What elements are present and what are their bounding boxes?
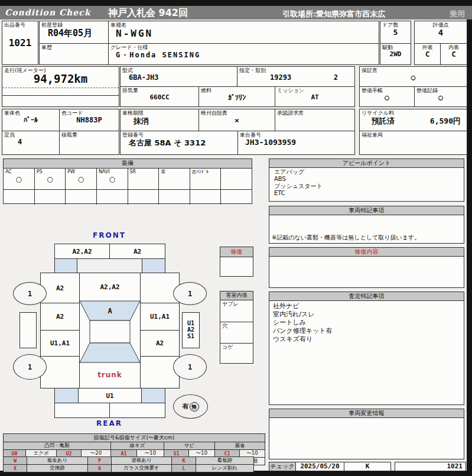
auction-title: 神戸入札会 942回: [108, 7, 188, 20]
side-sill-left: [19, 312, 37, 348]
first-registration-label: 初度登録: [40, 21, 108, 28]
equipment-title: 装備: [4, 159, 252, 169]
score-box: 評価点 4: [414, 21, 467, 44]
load-label: 積載量: [60, 131, 119, 138]
equipment-cell-pw: PW○: [66, 169, 97, 189]
interior-lining-label: 穴: [220, 322, 253, 329]
interior-lining-row-burn: コゲ: [220, 344, 253, 350]
repair-flag-box: 修復: [220, 247, 253, 277]
repair-content-title: 修復内容: [269, 248, 464, 257]
equipment-empty-cell: [128, 190, 159, 205]
grade-label: グレード・仕様: [109, 44, 379, 50]
interior-grade-box: 内装 C: [440, 43, 467, 65]
legend-code: G: [88, 465, 112, 472]
equipment-table: 装備 AC○ PS○ PW○ NAVI○ SR 革 左ﾊﾝﾄﾞﾙ: [3, 158, 252, 204]
vehicle-notes-title: 車両特記事項: [269, 206, 464, 215]
registration-number-box: 登録番号 名古屋 58A そ 3312: [120, 131, 238, 155]
repair-flag-title: 修復: [220, 247, 253, 257]
body-color-value: ﾊﾟｰﾙ: [2, 116, 59, 124]
damage-legend-title: 損傷記号&損傷サイズ(〜最大cm): [4, 434, 265, 442]
spare-tire-oval: 有 無: [173, 394, 208, 419]
equipment-label: PS: [35, 169, 66, 175]
legend-code: W: [4, 457, 27, 465]
pickup-location: 引取場所:愛知県弥富市西末広: [282, 9, 385, 20]
fender-front-left-cell: A2: [41, 273, 80, 303]
equipment-empty-cell: [221, 190, 252, 205]
interior-lining-label: コゲ: [220, 344, 253, 350]
equipment-cell-ps: PS○: [35, 169, 66, 189]
appeal-item: エアバッグ: [274, 169, 459, 176]
wheel-front-left: 1: [13, 282, 47, 305]
fuel-box: 燃料 ｶﾞｿﾘﾝ: [198, 86, 275, 107]
rear-bumper-right-cell: [110, 403, 165, 417]
legend-desc: 看板跡: [196, 457, 254, 465]
equipment-cell-leather: 革: [159, 169, 190, 189]
color-code-box: 色コード NH883P: [59, 109, 119, 131]
drive-box: 駆動 2WD: [380, 43, 411, 65]
legend-code: K: [172, 457, 196, 465]
interior-lining-box: 客室内張 ヤブレ 穴 コゲ: [220, 291, 253, 364]
equipment-empty-cell: [190, 190, 222, 205]
side-sill-right-code: U1: [183, 320, 199, 326]
repair-content-box: 修復内容: [269, 247, 464, 288]
transmission-box: ミッション AT: [275, 86, 355, 107]
windshield-label: A: [80, 303, 140, 319]
front-bumper: A2,A2 A2: [54, 244, 165, 259]
capacity-box: 定員 4: [2, 131, 60, 155]
load-box: 積載量: [59, 131, 119, 155]
legend-group-scratch: 線キズ: [111, 442, 164, 450]
approval-label: 承認請求書: [275, 109, 354, 116]
grade-box: グレード・仕様 G・Honda SENSING: [108, 43, 379, 65]
equipment-label: 革: [159, 169, 190, 175]
sheet-number-cell: 1021: [395, 462, 466, 471]
recycle-fee-value: 6,590円: [430, 116, 461, 127]
lot-number-label: 出品番号: [2, 21, 38, 28]
assessment-item: パンク修理キット有: [273, 327, 460, 335]
recycle-fee-box: リサイクル料 預託済 6,590円: [359, 109, 467, 131]
maintenance-record-mark: ○: [415, 93, 467, 102]
mileage-cell: 走行(現メーター) 94,972km: [2, 67, 119, 88]
equipment-label: SR: [128, 169, 159, 175]
car-body: A2 A2 U1,A1 U1,A1 A2 A2,A2 A trunk: [40, 273, 180, 388]
fuel-label: 燃料: [199, 87, 275, 93]
equipment-cell-navi: NAVI○: [97, 169, 128, 189]
rear-bumper: [54, 403, 165, 418]
capacity-value: 4: [2, 138, 59, 146]
equipment-cell-sr: SR: [128, 169, 159, 189]
legend-desc: 交換跡: [27, 465, 88, 472]
registration-number-value: 名古屋 58A そ 3312: [121, 138, 237, 148]
door-rear-left-cell: U1,A1: [41, 331, 80, 357]
color-code-value: NH883P: [60, 116, 119, 124]
maintenance-book-box: 整備手帳 ○: [359, 86, 415, 107]
legend-group-corrosion: 腐食: [215, 442, 265, 450]
warranty-box: 保証書 ○: [359, 66, 467, 87]
exterior-grade-label: 外装: [415, 44, 440, 50]
equipment-empty-cell: [159, 190, 190, 205]
color-code-label: 色コード: [60, 109, 119, 116]
vehicle-notes-box: 車両特記事項 ※記載のない書類・機器等は無しとして取り扱います。: [269, 206, 464, 244]
equipment-cell-lhd: 左ﾊﾝﾄﾞﾙ: [190, 169, 222, 189]
class-label: 指定・類別: [237, 67, 354, 73]
legend-group-dent: 凸凹・亀裂: [4, 442, 111, 450]
right-strip: [467, 20, 472, 476]
model-code-label: 型式: [121, 67, 237, 73]
approval-box: 承認請求書: [275, 109, 355, 131]
header-bar: Condition Check 神戸入札会 942回 引取場所:愛知県弥富市西末…: [0, 6, 472, 20]
chassis-number-label: 車台番号: [238, 131, 354, 138]
diagram-front-label: FRONT: [86, 231, 133, 239]
sheet-number: 1021: [395, 462, 466, 471]
maintenance-book-mark: ○: [360, 93, 414, 102]
side-sill-right-code: A2: [183, 326, 199, 333]
check-label-cell: チェック: [269, 462, 296, 471]
brand-logo: Condition Check: [5, 8, 90, 17]
spare-none-label: 無: [190, 402, 199, 412]
interior-lining-title: 客室内張: [220, 292, 253, 300]
diagram-rear-label: REAR: [86, 419, 133, 428]
insurance-label: 検付自賠責: [199, 109, 275, 116]
interior-lining-label: ヤブレ: [220, 300, 253, 307]
interior-grade-value: C: [441, 50, 467, 59]
recycle-fee-label: リサイクル料: [360, 109, 467, 116]
wheel-front-right: 1: [173, 282, 207, 305]
wheel-rear-right: 1: [173, 354, 207, 380]
usage-type: 乗用: [450, 9, 465, 20]
